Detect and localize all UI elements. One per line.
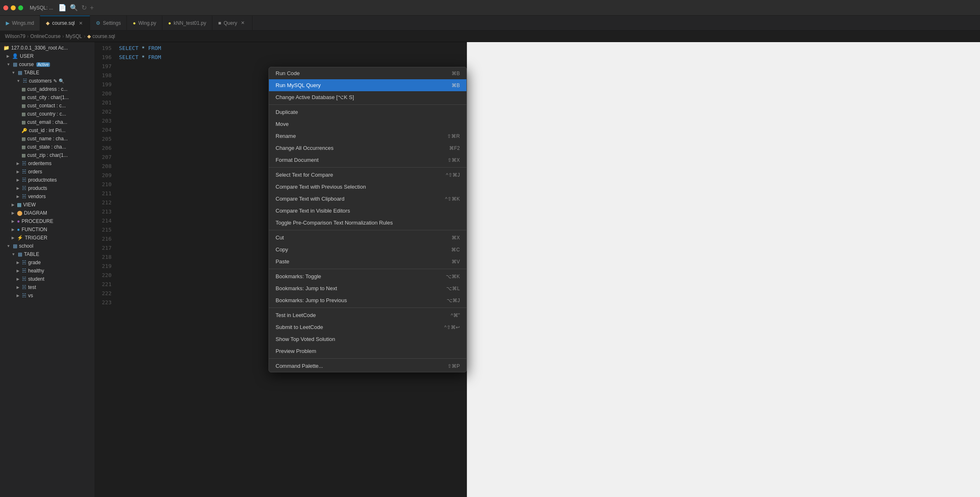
sidebar-trigger-label: TRIGGER <box>25 235 48 241</box>
menu-change-all[interactable]: Change All Occurrences ⌘F2 <box>269 142 466 154</box>
table-icon-vendors: ☵ <box>22 194 26 199</box>
sidebar-cust-zip[interactable]: ▩ cust_zip : char(1... <box>0 151 95 159</box>
menu-divider-3 <box>269 230 466 230</box>
sidebar-student[interactable]: ▶ ☵ student <box>0 275 95 283</box>
menu-submit-leetcode[interactable]: Submit to LeetCode ^⇧⌘↩ <box>269 321 466 333</box>
sidebar-function-group[interactable]: ▶ ● FUNCTION <box>0 225 95 234</box>
sidebar-view-group[interactable]: ▶ ▩ VIEW <box>0 201 95 209</box>
menu-compare-clipboard[interactable]: Compare Text with Clipboard ^⇧⌘K <box>269 193 466 205</box>
menu-run-mysql[interactable]: Run MySQL Query ⌘B <box>269 79 466 91</box>
col-icon-name: ▩ <box>21 136 26 142</box>
sidebar-cust-id[interactable]: 🔑 cust_id : int Pri... <box>0 126 95 135</box>
sidebar-cust-contact-label: cust_contact : c... <box>27 103 66 109</box>
sidebar-cust-city[interactable]: ▩ cust_city : char(1... <box>0 93 95 102</box>
breadcrumb-wilson[interactable]: Wilson79 <box>5 33 25 39</box>
menu-format-doc[interactable]: Format Document ⇧⌘X <box>269 154 466 166</box>
add-icon[interactable]: + <box>90 4 94 12</box>
sidebar-cust-address[interactable]: ▩ cust_address : c... <box>0 85 95 93</box>
sidebar-cust-contact[interactable]: ▩ cust_contact : c... <box>0 102 95 110</box>
sidebar-test[interactable]: ▶ ☵ test <box>0 283 95 291</box>
sidebar-item-course[interactable]: ▼ ▩ course Active <box>0 60 95 69</box>
sidebar-cust-state[interactable]: ▩ cust_state : cha... <box>0 143 95 151</box>
tab-wing-py[interactable]: ● Wing.py <box>127 16 162 31</box>
menu-bookmarks-prev[interactable]: Bookmarks: Jump to Previous ⌥⌘J <box>269 294 466 306</box>
sidebar-school[interactable]: ▼ ▩ school <box>0 242 95 250</box>
sidebar-vendors[interactable]: ▶ ☵ vendors <box>0 192 95 201</box>
sidebar-table-group[interactable]: ▼ ▩ TABLE <box>0 69 95 77</box>
chevron-table: ▼ <box>12 71 15 75</box>
menu-change-active-db[interactable]: Change Active Database [⌥K S] <box>269 91 466 103</box>
sidebar-orderitems[interactable]: ▶ ☵ orderitems <box>0 159 95 168</box>
sidebar-products[interactable]: ▶ ☵ products <box>0 184 95 192</box>
menu-submit-leetcode-shortcut: ^⇧⌘↩ <box>444 324 460 330</box>
sidebar-item-user[interactable]: ▶ 👤 USER <box>0 52 95 60</box>
sidebar-customers-label: customers <box>29 78 52 84</box>
refresh-icon[interactable]: ↻ <box>81 4 87 12</box>
sidebar-productnotes[interactable]: ▶ ☵ productnotes <box>0 176 95 184</box>
menu-test-leetcode[interactable]: Test in LeetCode ^⌘" <box>269 309 466 321</box>
menu-copy-label: Copy <box>276 246 448 253</box>
sidebar-student-label: student <box>28 276 44 282</box>
menu-show-top-voted[interactable]: Show Top Voted Solution <box>269 333 466 345</box>
breadcrumb-mysql[interactable]: MySQL <box>66 33 82 39</box>
breadcrumb-onlinecourse[interactable]: OnlineCourse <box>30 33 60 39</box>
menu-paste-shortcut: ⌘V <box>452 259 460 265</box>
search-icon[interactable]: 🔍 <box>70 4 78 12</box>
menu-cut[interactable]: Cut ⌘X <box>269 232 466 244</box>
sidebar-healthy[interactable]: ▶ ☵ healthy <box>0 267 95 275</box>
sidebar-grade[interactable]: ▶ ☵ grade <box>0 258 95 267</box>
menu-compare-prev[interactable]: Compare Text with Previous Selection <box>269 181 466 193</box>
chevron-orderitems: ▶ <box>17 161 19 166</box>
table-icon-orderitems: ☵ <box>22 161 26 166</box>
menu-bookmarks-next[interactable]: Bookmarks: Jump to Next ⌥⌘L <box>269 282 466 294</box>
col-icon-address: ▩ <box>21 87 26 92</box>
sidebar-cust-zip-label: cust_zip : char(1... <box>27 152 68 158</box>
sidebar-vs[interactable]: ▶ ☵ vs <box>0 291 95 300</box>
breadcrumb-file[interactable]: course.sql <box>93 33 115 39</box>
function-icon: ● <box>17 227 20 232</box>
tab-knn[interactable]: ● kNN_test01.py <box>162 16 212 31</box>
menu-duplicate[interactable]: Duplicate <box>269 106 466 118</box>
menu-show-top-voted-label: Show Top Voted Solution <box>276 336 457 342</box>
menu-command-palette[interactable]: Command Palette... ⇧⌘P <box>269 360 466 372</box>
tab-query[interactable]: ■ Query ✕ <box>212 16 252 31</box>
menu-move[interactable]: Move <box>269 118 466 130</box>
menu-paste[interactable]: Paste ⌘V <box>269 256 466 267</box>
tab-close-query[interactable]: ✕ <box>240 20 246 26</box>
tab-close-course[interactable]: ✕ <box>77 20 84 26</box>
sidebar-cust-country[interactable]: ▩ cust_country : c... <box>0 110 95 118</box>
tab-wings[interactable]: ▶ Wings.md <box>0 16 40 31</box>
menu-rename[interactable]: Rename ⇧⌘R <box>269 130 466 142</box>
sidebar-customers[interactable]: ▼ ☵ customers ✎ 🔍 <box>0 77 95 85</box>
menu-select-compare[interactable]: Select Text for Compare ^⇧⌘J <box>269 169 466 181</box>
table-icon-vs: ☵ <box>22 293 26 298</box>
menu-compare-visible[interactable]: Compare Text in Visible Editors <box>269 205 466 217</box>
tab-course-sql[interactable]: ◆ course.sql ✕ <box>40 16 90 31</box>
menu-toggle-norm[interactable]: Toggle Pre-Comparison Text Normalization… <box>269 217 466 229</box>
sidebar-cust-name[interactable]: ▩ cust_name : cha... <box>0 135 95 143</box>
sidebar-trigger-group[interactable]: ▶ ⚡ TRIGGER <box>0 234 95 242</box>
traffic-lights <box>3 5 23 10</box>
menu-bookmarks-toggle[interactable]: Bookmarks: Toggle ⌥⌘K <box>269 270 466 282</box>
editor-area[interactable]: 195 196 197 198 199 200 201 202 203 204 … <box>95 42 467 497</box>
menu-copy[interactable]: Copy ⌘C <box>269 244 466 256</box>
menu-change-all-label: Change All Occurrences <box>276 145 446 151</box>
menu-run-code[interactable]: Run Code ⌘B <box>269 67 466 79</box>
sidebar: 📁 127.0.0.1_3306_root Ac... ▶ 👤 USER ▼ ▩… <box>0 42 95 497</box>
minimize-button[interactable] <box>11 5 16 10</box>
md-icon: ▶ <box>6 20 10 26</box>
line-numbers: 195 196 197 198 199 200 201 202 203 204 … <box>95 42 116 307</box>
sidebar-procedure-group[interactable]: ▶ ● PROCEDURE <box>0 217 95 225</box>
menu-compare-visible-label: Compare Text in Visible Editors <box>276 208 457 214</box>
sidebar-connection[interactable]: 📁 127.0.0.1_3306_root Ac... <box>0 44 95 52</box>
menu-preview-problem[interactable]: Preview Problem <box>269 345 466 357</box>
tab-settings[interactable]: ⚙ Settings <box>90 16 127 31</box>
sidebar-cust-email[interactable]: ▩ cust_email : cha... <box>0 118 95 126</box>
sidebar-school-table-group[interactable]: ▼ ▩ TABLE <box>0 250 95 258</box>
tab-label-course: course.sql <box>52 20 75 26</box>
sidebar-cust-country-label: cust_country : c... <box>27 111 66 117</box>
sidebar-orders[interactable]: ▶ ☵ orders <box>0 168 95 176</box>
sidebar-diagram-group[interactable]: ▶ ⬤ DIAGRAM <box>0 209 95 217</box>
close-button[interactable] <box>3 5 8 10</box>
maximize-button[interactable] <box>18 5 23 10</box>
